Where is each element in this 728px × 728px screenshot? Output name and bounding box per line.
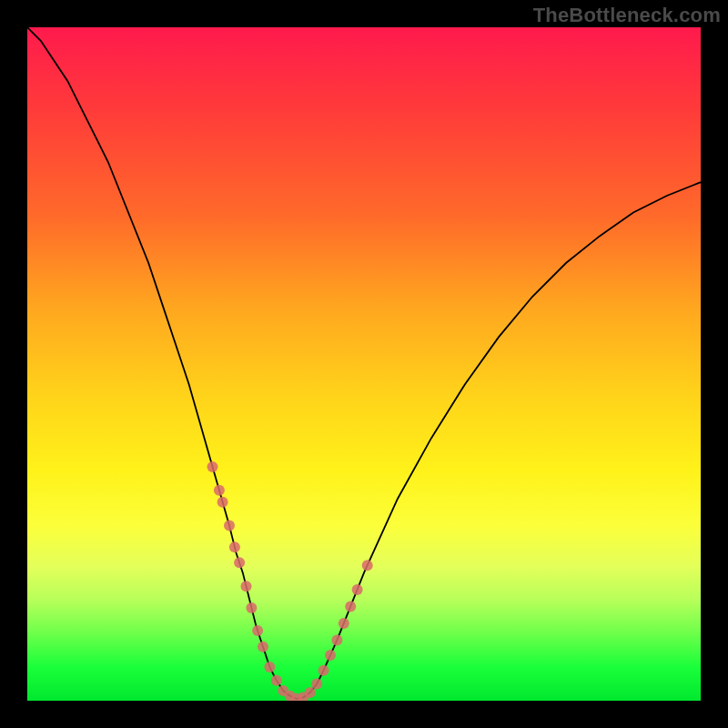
tick-marker	[252, 625, 263, 636]
tick-marker	[264, 662, 275, 672]
tick-marker	[311, 679, 322, 690]
tick-marker	[305, 687, 316, 698]
curve-tick-markers	[207, 461, 373, 701]
tick-marker	[214, 485, 225, 496]
chart-svg	[27, 27, 701, 701]
tick-marker	[246, 602, 257, 613]
tick-marker	[224, 521, 235, 531]
tick-marker	[217, 497, 228, 508]
tick-marker	[331, 634, 342, 645]
chart-frame: TheBottleneck.com	[0, 0, 728, 728]
tick-marker	[241, 581, 252, 592]
tick-marker	[234, 557, 245, 568]
tick-marker	[339, 618, 349, 629]
chart-plot-area	[27, 27, 701, 701]
tick-marker	[207, 461, 218, 472]
tick-marker	[362, 560, 373, 571]
tick-marker	[325, 650, 336, 661]
tick-marker	[271, 675, 282, 686]
tick-marker	[258, 642, 268, 652]
tick-marker	[318, 665, 329, 676]
tick-marker	[352, 584, 363, 595]
tick-marker	[229, 541, 240, 552]
tick-marker	[345, 601, 356, 612]
bottleneck-curve	[27, 27, 701, 699]
watermark-text: TheBottleneck.com	[533, 4, 721, 27]
